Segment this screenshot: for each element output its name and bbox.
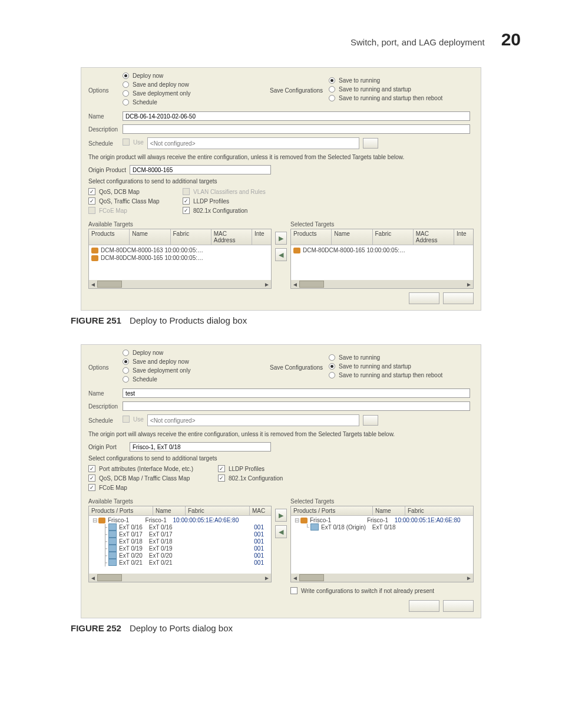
- save-running-startup-reboot[interactable]: Save to running and startup then reboot: [329, 372, 474, 378]
- description-input[interactable]: [123, 124, 470, 134]
- cfg-qos[interactable]: QoS, DCB Map / Traffic Class Map: [88, 475, 218, 482]
- save-config-label: Save Configurations: [270, 87, 329, 94]
- col-inte[interactable]: Inte: [454, 229, 473, 245]
- figure-251-caption: FIGURE 251Deploy to Products dialog box: [41, 315, 521, 325]
- device-icon: [98, 518, 105, 523]
- selected-ports-table[interactable]: Products / Ports Name Fabric ⊟Frisco-1 F…: [290, 506, 474, 582]
- option-save-only[interactable]: Save deployment only: [123, 90, 270, 97]
- device-icon: [91, 248, 98, 253]
- col-fabric[interactable]: Fabric: [186, 506, 250, 515]
- cfg-dot1x[interactable]: 802.1x Configuration: [218, 475, 312, 482]
- add-button[interactable]: ▶: [275, 232, 287, 245]
- use-schedule-check: Use: [123, 416, 144, 423]
- available-ports-table[interactable]: Products / Ports Name Fabric MAC ⊟Frisco…: [88, 506, 272, 582]
- option-deploy-now[interactable]: Deploy now: [123, 73, 270, 79]
- tree-item[interactable]: ├ExT 0/17 ExT 0/17001: [91, 531, 269, 538]
- col-pp[interactable]: Products / Ports: [291, 506, 373, 515]
- port-icon: [108, 523, 117, 531]
- tree-item[interactable]: ├ExT 0/16 ExT 0/16001: [91, 523, 269, 531]
- tree-item[interactable]: ├ExT 0/20 ExT 0/20001: [91, 552, 269, 559]
- tree-root[interactable]: ⊟Frisco-1 Frisco-1 10:00:00:05:1E:A0:6E:…: [91, 517, 269, 523]
- chapter-number: 20: [501, 29, 521, 50]
- dialog-button[interactable]: [443, 292, 474, 304]
- cfg-fcoe[interactable]: FCoE Map: [88, 484, 218, 491]
- col-name[interactable]: Name: [153, 506, 186, 515]
- port-icon: [108, 552, 117, 559]
- cfg-lldp[interactable]: LLDP Profiles: [183, 197, 277, 205]
- h-scrollbar[interactable]: ◄►: [291, 574, 473, 582]
- table-row[interactable]: DCM-80DCM-8000-163 10:00:00:05:…: [91, 246, 269, 254]
- col-fabric[interactable]: Fabric: [171, 229, 211, 245]
- add-button[interactable]: ▶: [275, 509, 287, 522]
- description-input[interactable]: [123, 401, 470, 411]
- option-deploy-now[interactable]: Deploy now: [123, 350, 270, 356]
- selected-table[interactable]: Products Name Fabric MAC Address Inte DC…: [290, 229, 474, 289]
- cfg-lldp[interactable]: LLDP Profiles: [218, 465, 312, 472]
- schedule-button[interactable]: [363, 415, 378, 426]
- col-inte[interactable]: Inte: [252, 229, 271, 245]
- tree-root[interactable]: ⊟Frisco-1 Frisco-1 10:00:00:05:1E:A0:6E:…: [293, 517, 471, 523]
- origin-port-input[interactable]: [130, 442, 271, 452]
- h-scrollbar[interactable]: ◄►: [291, 280, 473, 288]
- col-fabric[interactable]: Fabric: [405, 506, 473, 515]
- name-input[interactable]: [123, 111, 470, 121]
- option-schedule[interactable]: Schedule: [123, 99, 270, 106]
- dialog-button[interactable]: [409, 600, 439, 612]
- available-table[interactable]: Products Name Fabric MAC Address Inte DC…: [88, 229, 272, 289]
- dialog-button[interactable]: [443, 600, 474, 612]
- h-scrollbar[interactable]: ◄►: [89, 280, 271, 288]
- option-schedule[interactable]: Schedule: [123, 376, 270, 383]
- schedule-label: Schedule: [88, 140, 123, 147]
- cfg-qos-traffic[interactable]: QoS, Traffic Class Map: [88, 197, 183, 205]
- device-icon: [300, 518, 308, 523]
- schedule-input: [147, 414, 359, 426]
- col-products[interactable]: Products: [291, 229, 332, 245]
- col-name[interactable]: Name: [332, 229, 372, 245]
- tree-item[interactable]: ├ExT 0/21 ExT 0/21001: [91, 559, 269, 566]
- option-save-only[interactable]: Save deployment only: [123, 367, 270, 374]
- origin-input[interactable]: [130, 165, 271, 174]
- select-config-label: Select configurations to send to additio…: [88, 455, 474, 462]
- col-fabric[interactable]: Fabric: [373, 229, 414, 245]
- remove-button[interactable]: ◀: [275, 248, 287, 261]
- name-label: Name: [88, 113, 123, 120]
- tree-item[interactable]: └ExT 0/18 (Origin) ExT 0/18: [293, 523, 471, 531]
- cfg-port-attr[interactable]: Port attributes (Interface Mode, etc.): [88, 465, 218, 472]
- origin-note: The origin product will always receive t…: [88, 154, 474, 160]
- save-running[interactable]: Save to running: [329, 354, 474, 361]
- col-mac[interactable]: MAC: [250, 506, 271, 515]
- tree-item[interactable]: ├ExT 0/19 ExT 0/19001: [91, 545, 269, 552]
- col-mac[interactable]: MAC Address: [211, 229, 252, 245]
- col-name[interactable]: Name: [130, 229, 170, 245]
- save-config-label: Save Configurations: [270, 364, 329, 371]
- name-input[interactable]: [123, 388, 470, 398]
- col-products[interactable]: Products: [89, 229, 130, 245]
- cfg-dot1x[interactable]: 802.1x Configuration: [183, 207, 277, 214]
- name-label: Name: [88, 390, 123, 397]
- schedule-button[interactable]: [363, 138, 378, 149]
- col-pp[interactable]: Products / Ports: [89, 506, 153, 515]
- option-save-deploy[interactable]: Save and deploy now: [123, 358, 270, 365]
- cfg-qos-dcb[interactable]: QoS, DCB Map: [88, 188, 183, 195]
- remove-button[interactable]: ◀: [275, 525, 287, 538]
- option-save-deploy[interactable]: Save and deploy now: [123, 81, 270, 88]
- save-running-startup-reboot[interactable]: Save to running and startup then reboot: [329, 95, 474, 101]
- schedule-label: Schedule: [88, 417, 123, 424]
- save-running-startup[interactable]: Save to running and startup: [329, 363, 474, 370]
- h-scrollbar[interactable]: ◄►: [89, 574, 271, 582]
- tree-item[interactable]: ├ExT 0/18 ExT 0/18001: [91, 538, 269, 545]
- figure-252-caption: FIGURE 252Deploy to Ports dialog box: [41, 623, 521, 633]
- schedule-input: [147, 137, 359, 149]
- use-schedule-check: Use: [123, 139, 144, 146]
- write-config-check[interactable]: Write configurations to switch if not al…: [290, 587, 474, 594]
- save-running-startup[interactable]: Save to running and startup: [329, 86, 474, 93]
- options-label: Options: [88, 364, 123, 371]
- save-running[interactable]: Save to running: [329, 77, 474, 84]
- port-icon: [108, 545, 117, 552]
- dialog-button[interactable]: [409, 292, 439, 304]
- col-name[interactable]: Name: [373, 506, 405, 515]
- table-row[interactable]: DCM-80DCM-8000-165 10:00:00:05:…: [293, 246, 471, 254]
- table-row[interactable]: DCM-80DCM-8000-165 10:00:00:05:…: [91, 254, 269, 262]
- port-icon: [310, 523, 319, 531]
- col-mac[interactable]: MAC Address: [414, 229, 454, 245]
